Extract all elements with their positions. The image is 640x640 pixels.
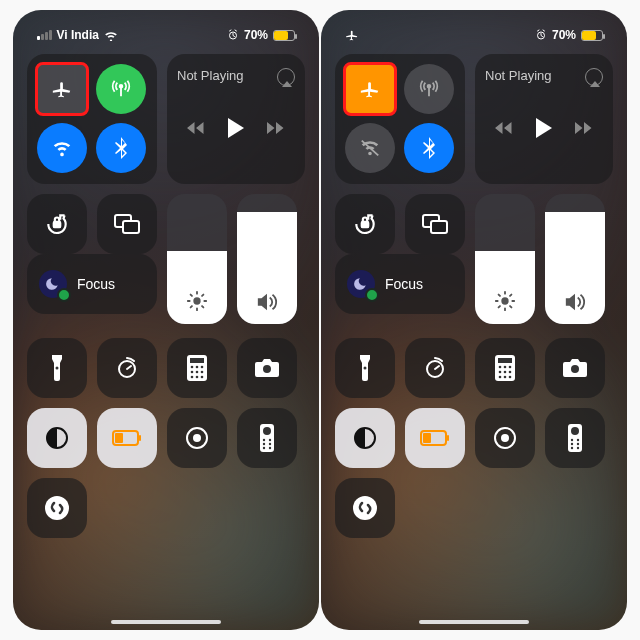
prev-track-icon[interactable] (187, 121, 205, 139)
volume-icon (256, 292, 278, 312)
calculator-button[interactable] (167, 338, 227, 398)
status-bar: Vi India 70% (27, 24, 305, 54)
svg-point-67 (571, 447, 573, 449)
dark-mode-toggle[interactable] (27, 408, 87, 468)
cellular-data-toggle[interactable] (96, 64, 146, 114)
low-power-mode-toggle[interactable] (97, 408, 157, 468)
svg-point-13 (191, 371, 194, 374)
status-bar: 70% (335, 24, 613, 54)
camera-icon (254, 358, 280, 378)
screen-mirroring-button[interactable] (97, 194, 157, 254)
flashlight-button[interactable] (335, 338, 395, 398)
airplane-mode-toggle[interactable] (37, 64, 87, 114)
svg-point-11 (196, 366, 199, 369)
home-indicator[interactable] (111, 620, 221, 624)
volume-icon (564, 292, 586, 312)
brightness-slider[interactable] (167, 194, 227, 324)
play-icon[interactable] (535, 118, 553, 142)
screen-record-button[interactable] (475, 408, 535, 468)
wifi-toggle[interactable] (37, 123, 87, 173)
svg-point-54 (571, 365, 579, 373)
svg-point-47 (509, 366, 512, 369)
timer-button[interactable] (405, 338, 465, 398)
apple-tv-remote-button[interactable] (545, 408, 605, 468)
brightness-slider[interactable] (475, 194, 535, 324)
svg-rect-2 (54, 222, 61, 227)
calculator-button[interactable] (475, 338, 535, 398)
timer-button[interactable] (97, 338, 157, 398)
svg-point-32 (263, 447, 265, 449)
svg-point-46 (504, 366, 507, 369)
rotation-lock-icon (44, 211, 70, 237)
svg-point-31 (269, 443, 271, 445)
airplay-icon[interactable] (277, 68, 295, 86)
wifi-toggle[interactable] (345, 123, 395, 173)
camera-icon (562, 358, 588, 378)
focus-button[interactable]: Focus (335, 254, 465, 314)
battery-pct: 70% (552, 28, 576, 42)
svg-point-6 (56, 367, 59, 370)
alarm-icon (535, 29, 547, 41)
record-icon (185, 426, 209, 450)
svg-point-18 (201, 376, 204, 379)
control-center-screenshot-before: Vi India 70% Not Playing (13, 10, 319, 630)
cellular-data-toggle[interactable] (404, 64, 454, 114)
bluetooth-toggle[interactable] (404, 123, 454, 173)
carrier-label: Vi India (57, 28, 99, 42)
battery-icon (581, 30, 603, 41)
bluetooth-icon (422, 137, 436, 159)
svg-point-62 (571, 427, 579, 435)
connectivity-group[interactable] (27, 54, 157, 184)
svg-point-48 (499, 371, 502, 374)
next-track-icon[interactable] (267, 121, 285, 139)
next-track-icon[interactable] (575, 121, 593, 139)
svg-point-49 (504, 371, 507, 374)
dark-mode-toggle[interactable] (335, 408, 395, 468)
calculator-icon (187, 355, 207, 381)
svg-point-41 (364, 367, 367, 370)
airplay-icon[interactable] (585, 68, 603, 86)
svg-point-64 (577, 439, 579, 441)
flashlight-button[interactable] (27, 338, 87, 398)
media-tile[interactable]: Not Playing (167, 54, 305, 184)
signal-bars-icon (37, 30, 52, 40)
connectivity-group[interactable] (335, 54, 465, 184)
svg-rect-39 (431, 221, 447, 233)
shazam-button[interactable] (335, 478, 395, 538)
prev-track-icon[interactable] (495, 121, 513, 139)
camera-button[interactable] (545, 338, 605, 398)
volume-slider[interactable] (545, 194, 605, 324)
brightness-icon (186, 290, 208, 312)
airplane-mode-toggle[interactable] (345, 64, 395, 114)
apple-tv-remote-button[interactable] (237, 408, 297, 468)
media-tile[interactable]: Not Playing (475, 54, 613, 184)
svg-point-36 (428, 85, 431, 88)
svg-point-25 (193, 434, 201, 442)
svg-point-66 (577, 443, 579, 445)
low-power-icon (420, 430, 450, 446)
battery-pct: 70% (244, 28, 268, 42)
timer-icon (115, 356, 139, 380)
dark-mode-icon (353, 426, 377, 450)
focus-button[interactable]: Focus (27, 254, 157, 314)
rotation-lock-toggle[interactable] (335, 194, 395, 254)
shazam-button[interactable] (27, 478, 87, 538)
svg-rect-37 (362, 222, 369, 227)
alarm-icon (227, 29, 239, 41)
svg-point-12 (201, 366, 204, 369)
rotation-lock-toggle[interactable] (27, 194, 87, 254)
screen-mirroring-button[interactable] (405, 194, 465, 254)
wifi-icon (104, 30, 118, 41)
home-indicator[interactable] (419, 620, 529, 624)
remote-icon (260, 424, 274, 452)
low-power-mode-toggle[interactable] (405, 408, 465, 468)
svg-point-5 (193, 297, 200, 304)
volume-slider[interactable] (237, 194, 297, 324)
svg-point-14 (196, 371, 199, 374)
wifi-off-icon (359, 138, 381, 158)
camera-button[interactable] (237, 338, 297, 398)
bluetooth-toggle[interactable] (96, 123, 146, 173)
airplane-icon (51, 78, 73, 100)
play-icon[interactable] (227, 118, 245, 142)
screen-record-button[interactable] (167, 408, 227, 468)
